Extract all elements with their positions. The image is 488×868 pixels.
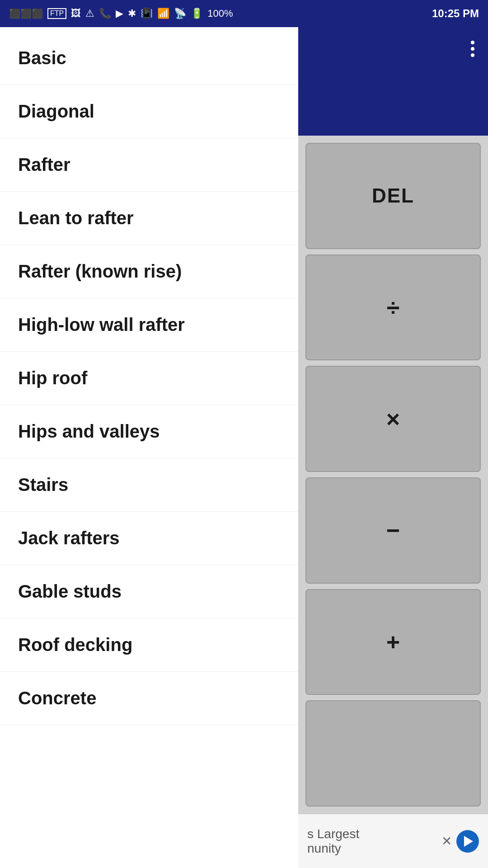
subtract-button[interactable]: −: [305, 477, 481, 584]
signal-icon: 📡: [174, 8, 186, 19]
add-button[interactable]: +: [305, 589, 481, 695]
navigation-drawer: Basic Diagonal Rafter Lean to rafter Raf…: [0, 27, 298, 868]
ad-play-button[interactable]: [456, 830, 479, 853]
main-container: Basic Diagonal Rafter Lean to rafter Raf…: [0, 27, 488, 868]
right-panel: DEL ÷ × − + s Largest nunity: [298, 27, 488, 868]
sidebar-item-jack-rafters[interactable]: Jack rafters: [0, 512, 298, 565]
sidebar-item-gable-studs[interactable]: Gable studs: [0, 565, 298, 618]
ad-banner: s Largest nunity ✕: [298, 814, 488, 868]
dot-3: [471, 53, 474, 57]
wifi-icon: 📶: [157, 8, 169, 19]
delete-button[interactable]: DEL: [305, 143, 481, 249]
calculator-buttons: DEL ÷ × − +: [298, 136, 488, 814]
dot-2: [471, 47, 474, 51]
warning-icon: ⚠: [85, 8, 94, 19]
sidebar-item-hip-roof[interactable]: Hip roof: [0, 352, 298, 405]
sidebar-item-concrete[interactable]: Concrete: [0, 672, 298, 725]
multiply-button[interactable]: ×: [305, 366, 481, 472]
divide-button[interactable]: ÷: [305, 255, 481, 361]
app-header: [298, 27, 488, 136]
sidebar-item-rafter[interactable]: Rafter: [0, 138, 298, 192]
play-triangle-icon: [464, 836, 473, 847]
empty-button[interactable]: [305, 700, 481, 807]
status-icons: ⬛⬛⬛ FTP 🖼 ⚠ 📞 ▶ ✱ 📳 📶 📡 🔋 100%: [9, 8, 233, 19]
vibrate-icon: 📳: [141, 8, 153, 19]
sidebar-item-stairs[interactable]: Stairs: [0, 458, 298, 512]
voicemail-icon: 📞: [99, 8, 111, 19]
dot-1: [471, 41, 474, 44]
image-icon: 🖼: [71, 8, 81, 19]
ftp-icon: FTP: [47, 8, 66, 19]
play-icon: ▶: [116, 8, 123, 19]
time-display: 10:25 PM: [432, 7, 479, 20]
sidebar-item-lean-to-rafter[interactable]: Lean to rafter: [0, 192, 298, 245]
sidebar-item-hips-and-valleys[interactable]: Hips and valleys: [0, 405, 298, 458]
notification-icon: ⬛⬛⬛: [9, 8, 43, 19]
ad-text: s Largest nunity: [307, 827, 359, 856]
sidebar-item-rafter-known-rise[interactable]: Rafter (known rise): [0, 245, 298, 298]
battery-icon: 🔋: [191, 8, 203, 19]
sidebar-item-basic[interactable]: Basic: [0, 32, 298, 85]
sidebar-item-roof-decking[interactable]: Roof decking: [0, 618, 298, 672]
sidebar-item-diagonal[interactable]: Diagonal: [0, 85, 298, 138]
ad-close-button[interactable]: ✕: [441, 834, 452, 849]
battery-percent: 100%: [207, 8, 233, 19]
overflow-menu-button[interactable]: [466, 36, 479, 61]
clock: 10:25 PM: [432, 7, 479, 20]
bluetooth-icon: ✱: [128, 8, 136, 19]
sidebar-item-high-low-wall-rafter[interactable]: High-low wall rafter: [0, 298, 298, 352]
status-bar: ⬛⬛⬛ FTP 🖼 ⚠ 📞 ▶ ✱ 📳 📶 📡 🔋 100% 10:25 PM: [0, 0, 488, 27]
